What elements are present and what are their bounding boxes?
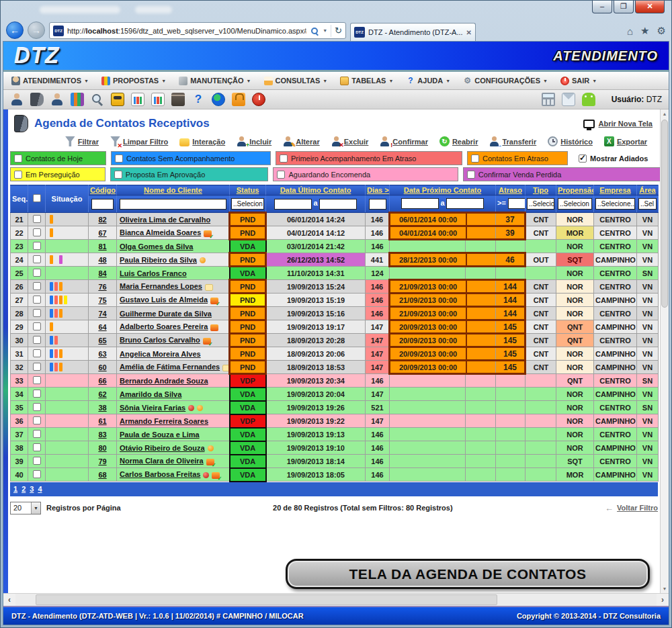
scroll-left-icon[interactable]: [3, 595, 15, 604]
cliente-link[interactable]: Bianca Almeida Soares: [117, 226, 230, 240]
refresh-icon[interactable]: [335, 26, 342, 36]
codigo-link[interactable]: 75: [89, 294, 117, 307]
row-checkbox[interactable]: [33, 376, 41, 384]
tab-close-icon[interactable]: [466, 28, 472, 36]
codigo-link[interactable]: 76: [89, 280, 117, 294]
col-atraso[interactable]: Atraso: [496, 185, 526, 195]
cliente-link[interactable]: Carlos Barbosa Freitas: [117, 468, 230, 482]
col-tipo[interactable]: Tipo: [526, 185, 556, 195]
legend-checkbox[interactable]: [277, 171, 285, 179]
page-link-4[interactable]: 4: [38, 485, 42, 493]
scroll-right-icon[interactable]: [657, 595, 669, 604]
codigo-link[interactable]: 38: [89, 401, 117, 414]
question-icon[interactable]: [192, 93, 205, 106]
scroll-up-icon[interactable]: [661, 109, 669, 118]
home-icon[interactable]: [627, 26, 633, 37]
legend-checkbox[interactable]: [14, 154, 22, 163]
codigo-link[interactable]: 61: [89, 414, 117, 428]
row-checkbox[interactable]: [33, 443, 41, 451]
back-button[interactable]: [6, 21, 24, 39]
library-icon[interactable]: [71, 93, 84, 106]
col-data-ultimo[interactable]: Data Último Contato: [266, 185, 366, 195]
legend-checkbox[interactable]: [467, 171, 475, 179]
chart-icon[interactable]: [131, 93, 144, 106]
page-link-3[interactable]: 3: [30, 485, 34, 493]
cliente-link[interactable]: Paula de Souza e Lima: [117, 428, 230, 441]
browser-tab[interactable]: DTZ - Atendimento (DTZ-A...: [350, 23, 476, 41]
duc-to-input[interactable]: [319, 199, 357, 210]
codigo-link[interactable]: 84: [89, 267, 117, 280]
horizontal-scrollbar-thumb[interactable]: [36, 594, 497, 605]
horizontal-scrollbar[interactable]: [3, 593, 669, 606]
address-bar[interactable]: http://localhost:1596/dtz_atd_web_sqlser…: [49, 22, 346, 39]
cliente-link[interactable]: Otávio Ribeiro de Souza: [117, 441, 230, 455]
menu-configuracoes[interactable]: CONFIGURAÇÕES: [463, 77, 548, 85]
chart2-icon[interactable]: [151, 93, 165, 106]
search-icon[interactable]: [310, 26, 319, 36]
row-checkbox[interactable]: [33, 322, 41, 330]
atraso-filter-input[interactable]: [508, 198, 526, 209]
menu-manutencao[interactable]: MANUTENÇÃO: [179, 77, 251, 85]
cliente-link[interactable]: Maria Fernandes Lopes: [117, 280, 230, 294]
codigo-link[interactable]: 81: [89, 240, 117, 253]
tipo-filter-select[interactable]: ..Selecion: [527, 198, 554, 210]
action-interacao[interactable]: Interação: [179, 137, 225, 146]
row-checkbox[interactable]: [33, 215, 41, 223]
scroll-down-icon[interactable]: [661, 584, 669, 593]
row-checkbox[interactable]: [33, 296, 41, 304]
codigo-link[interactable]: 79: [89, 455, 117, 468]
tools-gear-icon[interactable]: [657, 25, 666, 37]
row-checkbox[interactable]: [33, 242, 41, 250]
mostrar-adiados-checkbox[interactable]: [579, 154, 587, 163]
cliente-link[interactable]: Oliveira Lima de Carvalho: [117, 213, 230, 226]
action-exportar[interactable]: Exportar: [604, 136, 647, 146]
cliente-link[interactable]: Bruno Carlos Carvalho: [117, 334, 230, 347]
cliente-link[interactable]: Guilherme Durate da Silva: [117, 307, 230, 320]
codigo-link[interactable]: 66: [89, 374, 117, 388]
phonebook-icon[interactable]: [30, 93, 44, 106]
col-area[interactable]: Área: [637, 185, 659, 195]
row-checkbox[interactable]: [33, 336, 41, 344]
codigo-link[interactable]: 48: [89, 253, 117, 267]
cliente-link[interactable]: Amélia de Fátima Fernandes: [117, 361, 230, 374]
cliente-link[interactable]: Norma Clara de Oliveira: [117, 455, 230, 468]
col-dias[interactable]: Dias >=: [366, 185, 390, 195]
action-excluir[interactable]: ✕Excluir: [331, 136, 369, 146]
menu-atendimentos[interactable]: ATENDIMENTOS: [11, 77, 89, 85]
car-icon[interactable]: [111, 93, 124, 106]
menu-tabelas[interactable]: TABELAS: [340, 77, 393, 85]
vertical-scrollbar[interactable]: [660, 109, 669, 593]
propensao-filter-select[interactable]: ..Selecion: [558, 198, 592, 210]
package-icon[interactable]: [171, 93, 185, 106]
codigo-link[interactable]: 80: [89, 441, 117, 455]
codigo-link[interactable]: 60: [89, 361, 117, 374]
close-button[interactable]: [635, 1, 665, 13]
legend-checkbox[interactable]: [471, 154, 479, 163]
nome-filter-input[interactable]: [120, 199, 226, 210]
col-status[interactable]: Status: [230, 185, 266, 195]
row-checkbox[interactable]: [33, 390, 41, 398]
row-checkbox[interactable]: [33, 349, 41, 357]
action-historico[interactable]: Histórico: [548, 136, 593, 146]
dias-filter-input[interactable]: [369, 199, 386, 210]
row-checkbox[interactable]: [33, 269, 41, 277]
url-text[interactable]: http://localhost:1596/dtz_atd_web_sqlser…: [67, 27, 306, 35]
action-filtrar[interactable]: Filtrar: [65, 136, 99, 146]
legend-checkbox[interactable]: [115, 154, 123, 163]
power-icon[interactable]: [252, 93, 265, 106]
row-checkbox[interactable]: [33, 282, 41, 290]
empresa-filter-select[interactable]: ..Selecione..: [595, 198, 635, 210]
action-incluir[interactable]: +Incluir: [237, 136, 271, 146]
action-limpar-filtro[interactable]: Limpar Filtro: [110, 136, 168, 146]
favorites-star-icon[interactable]: [640, 25, 649, 37]
page-link-1[interactable]: 1: [13, 485, 17, 493]
cliente-link[interactable]: Olga Gomes da Silva: [117, 240, 230, 253]
menu-consultas[interactable]: CONSULTAS: [264, 77, 328, 85]
magnifier-icon[interactable]: [91, 93, 104, 106]
action-confirmar[interactable]: !Confirmar: [380, 136, 428, 146]
address-dropdown-icon[interactable]: [323, 28, 327, 33]
status-filter-select[interactable]: ..Selecion: [231, 198, 264, 210]
cliente-link[interactable]: Angelica Moreira Alves: [117, 347, 230, 361]
action-transferir[interactable]: →Transferir: [489, 136, 536, 146]
codigo-link[interactable]: 62: [89, 388, 117, 401]
